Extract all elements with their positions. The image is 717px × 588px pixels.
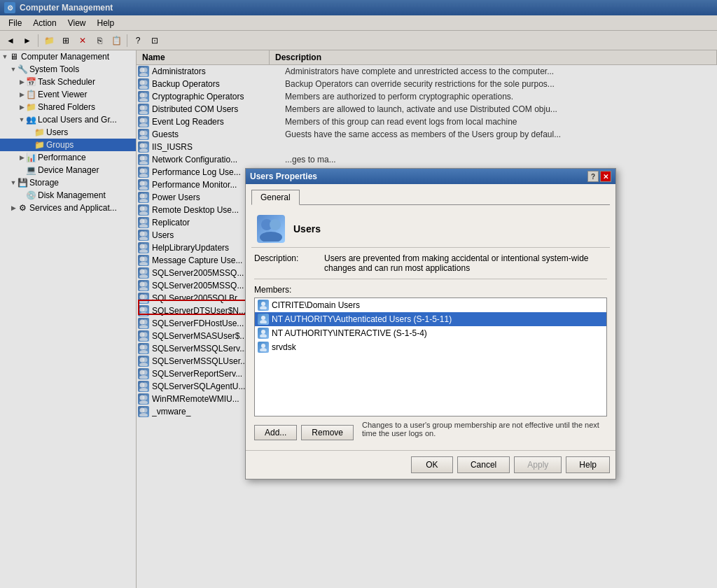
dialog-member-actions: Add... Remove [254,425,354,440]
description-label: Description: [254,253,324,263]
dialog-close-button[interactable]: ✕ [600,171,611,182]
member-icon [258,314,269,325]
ok-button[interactable]: OK [411,456,453,473]
member-icon [258,300,269,311]
member-item[interactable]: srvdsk [255,340,606,354]
svg-point-89 [261,302,265,306]
dialog-title-buttons: ? ✕ [587,171,611,182]
svg-point-87 [270,219,281,230]
dialog-group-header: Users [251,211,610,248]
dialog-group-name: Users [293,223,321,234]
svg-point-93 [261,330,265,334]
svg-point-91 [261,316,265,320]
member-name: NT AUTHORITY\INTERACTIVE (S-1-5-4) [272,328,427,338]
svg-point-96 [260,348,267,351]
svg-point-88 [260,232,282,241]
dialog-title-text: Users Properties [250,172,317,181]
dialog-overlay: Users Properties ? ✕ General [0,0,717,588]
apply-button[interactable]: Apply [514,456,562,473]
add-button[interactable]: Add... [254,425,297,440]
description-value: Users are prevented from making accident… [324,253,607,273]
dialog-content: General Users Description: Users are pre… [246,184,615,450]
member-icon [258,328,269,339]
dialog-separator [254,279,607,279]
member-name: CITRITE\Domain Users [272,300,360,310]
svg-point-92 [260,320,267,323]
member-item[interactable]: NT AUTHORITY\INTERACTIVE (S-1-5-4) [255,326,606,340]
remove-button[interactable]: Remove [301,425,354,440]
svg-point-94 [260,334,267,337]
dialog-title-bar: Users Properties ? ✕ [246,169,615,184]
cancel-button[interactable]: Cancel [457,456,510,473]
member-actions-row: Add... Remove Changes to a user's group … [251,421,610,444]
member-item[interactable]: NT AUTHORITY\Authenticated Users (S-1-5-… [255,312,606,326]
member-name: srvdsk [272,342,296,352]
svg-point-95 [261,344,265,348]
member-item[interactable]: CITRITE\Domain Users [255,298,606,312]
users-properties-dialog: Users Properties ? ✕ General [245,168,616,479]
help-bottom-button[interactable]: Help [566,456,610,473]
members-label: Members: [251,285,610,295]
dialog-note: Changes to a user's group membership are… [362,421,610,438]
members-list[interactable]: CITRITE\Domain UsersNT AUTHORITY\Authent… [254,298,607,416]
dialog-help-button[interactable]: ? [587,171,599,182]
member-name: NT AUTHORITY\Authenticated Users (S-1-5-… [272,314,452,324]
tab-strip: General [251,190,610,205]
svg-point-90 [260,306,267,309]
tab-general[interactable]: General [251,190,300,205]
dialog-description-row: Description: Users are prevented from ma… [251,253,610,273]
dialog-bottom: OK Cancel Apply Help [246,450,615,479]
member-icon [258,342,269,353]
dialog-group-icon [257,215,285,243]
